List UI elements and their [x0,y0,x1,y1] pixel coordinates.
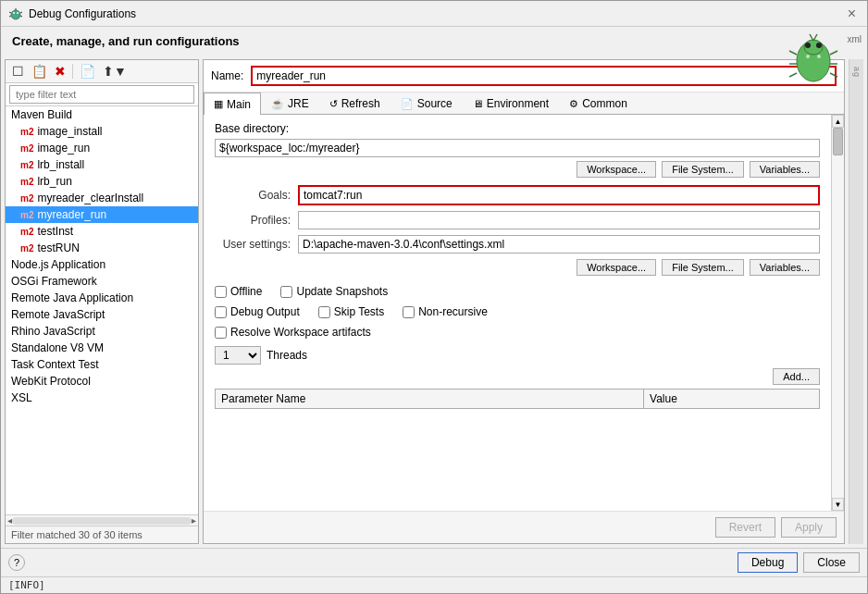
common-tab-icon: ⚙ [569,98,578,110]
scroll-right-button[interactable]: ▸ [192,515,196,526]
tab-environment[interactable]: 🖥 Environment [463,93,559,114]
list-item[interactable]: m2 image_run [6,140,198,156]
user-settings-label: User settings: [215,238,298,251]
tab-common[interactable]: ⚙ Common [559,93,638,114]
settings-filesystem-button[interactable]: File System... [662,259,744,276]
task-label: Task Context Test [11,358,99,371]
tree-section-rhino[interactable]: Rhino JavaScript [6,323,198,340]
help-button[interactable]: ? [8,554,25,571]
name-label: Name: [211,69,243,82]
filter-button[interactable]: 📄 [77,62,98,80]
tree-section-osgi[interactable]: OSGi Framework [6,273,198,290]
add-param-button[interactable]: Add... [773,368,820,385]
update-snapshots-label: Update Snapshots [296,285,388,298]
svg-point-1 [13,12,15,14]
list-item[interactable]: m2 testRUN [6,240,198,256]
list-item[interactable]: m2 myreader_clearInstall [6,190,198,206]
tab-jre[interactable]: ☕ JRE [261,93,319,114]
right-panel: Name: ▦ Main ☕ JRE ↺ Refresh 📄 [203,59,845,544]
close-button[interactable]: Close [803,552,860,573]
m2-icon: m2 [20,227,33,237]
debug-configurations-window: Debug Configurations × Create, manage, a… [0,0,868,594]
settings-workspace-button[interactable]: Workspace... [577,259,656,276]
scrollbar-thumb[interactable] [833,128,843,155]
horizontal-scrollbar[interactable]: ◂ ▸ [6,514,198,526]
profiles-row: Profiles: [215,211,820,229]
resolve-workspace-checkbox[interactable] [215,327,227,339]
status-text: [INFO] [8,579,45,591]
tree-section-xsl[interactable]: XSL [6,390,198,406]
settings-variables-button[interactable]: Variables... [750,259,820,276]
update-snapshots-checkbox-label[interactable]: Update Snapshots [280,285,388,298]
maven-section-label: Maven Build [11,108,72,121]
profiles-label: Profiles: [215,214,298,227]
tree-section-remote-js[interactable]: Remote JavaScript [6,306,198,323]
base-dir-workspace-button[interactable]: Workspace... [577,161,656,178]
list-item[interactable]: m2 lrb_install [6,156,198,173]
debug-output-checkbox[interactable] [215,306,227,318]
debug-button[interactable]: Debug [738,552,798,573]
sort-button[interactable]: ⬆▼ [100,62,130,80]
common-tab-label: Common [582,97,627,110]
tab-refresh[interactable]: ↺ Refresh [319,93,391,114]
name-input[interactable] [251,66,837,86]
new-config-button[interactable]: ☐ [9,62,27,80]
xml-label: xml [847,34,862,44]
m2-icon: m2 [20,127,33,137]
main-tab-label: Main [227,98,251,111]
svg-line-7 [20,16,22,17]
svg-line-5 [20,12,22,13]
scroll-down-button[interactable]: ▼ [832,498,844,511]
list-item[interactable]: m2 lrb_run [6,173,198,190]
tab-main[interactable]: ▦ Main [204,93,261,115]
duplicate-button[interactable]: 📋 [29,62,50,80]
threads-select[interactable]: 1 2 4 [215,346,261,365]
tab-source[interactable]: 📄 Source [391,93,463,114]
list-item[interactable]: m2 testInst [6,223,198,240]
offline-checkbox[interactable] [215,286,227,298]
profiles-input[interactable] [298,211,820,229]
m2-icon: m2 [20,243,33,254]
goals-input[interactable] [298,185,820,205]
skip-tests-checkbox-label[interactable]: Skip Tests [318,305,384,318]
tree-section-maven[interactable]: Maven Build [6,106,198,123]
right-scrollbar[interactable]: ▲ ▼ [831,115,844,511]
tree-section-v8[interactable]: Standalone V8 VM [6,340,198,356]
resolve-workspace-label: Resolve Workspace artifacts [230,326,371,339]
left-panel: ☐ 📋 ✖ 📄 ⬆▼ Maven Build m2 image_install [5,59,199,544]
revert-button[interactable]: Revert [715,517,775,538]
threads-label: Threads [267,349,307,362]
params-header-row: Add... [215,368,820,385]
tree-section-remote-java[interactable]: Remote Java Application [6,290,198,306]
skip-tests-checkbox[interactable] [318,306,330,318]
tree-section-nodejs[interactable]: Node.js Application [6,256,198,273]
base-dir-section: Base directory: Workspace... File System… [215,122,820,178]
resolve-workspace-checkbox-label[interactable]: Resolve Workspace artifacts [215,326,371,339]
list-item-selected[interactable]: m2 myreader_run [6,206,198,223]
tree-section-webkit[interactable]: WebKit Protocol [6,373,198,390]
svg-line-14 [789,51,797,55]
config-scroll-area: Base directory: Workspace... File System… [204,115,844,511]
scroll-up-button[interactable]: ▲ [832,115,844,128]
scroll-thumb[interactable] [12,517,192,525]
list-item[interactable]: m2 image_install [6,123,198,140]
bottom-left: ? [8,554,25,571]
user-settings-input[interactable] [298,235,820,254]
delete-button[interactable]: ✖ [52,62,68,80]
item-label: image_run [37,142,90,155]
base-dir-filesystem-button[interactable]: File System... [662,161,744,178]
tree-section-task[interactable]: Task Context Test [6,356,198,373]
apply-button[interactable]: Apply [781,517,837,538]
close-window-button[interactable]: × [844,6,860,22]
non-recursive-checkbox[interactable] [403,306,415,318]
svg-point-20 [806,55,810,58]
debug-output-checkbox-label[interactable]: Debug Output [215,305,300,318]
base-dir-input[interactable] [215,139,820,157]
offline-checkbox-label[interactable]: Offline [215,285,262,298]
update-snapshots-checkbox[interactable] [280,286,292,298]
non-recursive-checkbox-label[interactable]: Non-recursive [403,305,488,318]
bug-icon-small [8,6,23,21]
osgi-label: OSGi Framework [11,275,97,288]
filter-input[interactable] [9,85,194,104]
base-dir-variables-button[interactable]: Variables... [750,161,820,178]
